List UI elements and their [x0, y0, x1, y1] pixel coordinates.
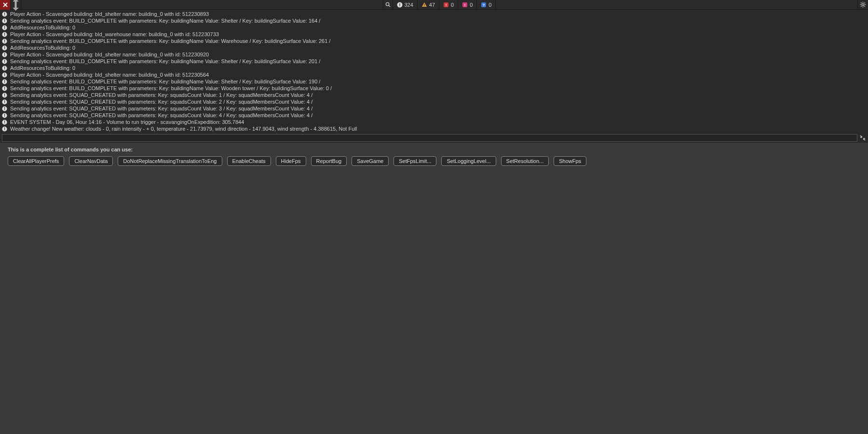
- log-text: EVENT SYSTEM - Day 06, Hour 14:16 - Volu…: [10, 119, 244, 125]
- resize-button[interactable]: [11, 0, 21, 10]
- console-toolbar: ! 324 ! 47 ! 0 ! 0 ? 0: [0, 0, 868, 10]
- log-text: Player Action - Scavenged building: bld_…: [10, 31, 219, 37]
- info-icon: !: [2, 18, 7, 24]
- command-input[interactable]: [2, 134, 857, 142]
- svg-text:!: !: [4, 12, 5, 16]
- svg-point-10: [862, 3, 864, 5]
- svg-text:!: !: [4, 19, 5, 23]
- info-icon: !: [2, 32, 7, 37]
- log-line[interactable]: !Player Action - Scavenged building: bld…: [0, 11, 868, 17]
- log-line[interactable]: !Sending analytics event: SQUAD_CREATED …: [0, 112, 868, 119]
- log-area[interactable]: !Player Action - Scavenged building: bld…: [0, 10, 868, 133]
- search-button[interactable]: [383, 0, 393, 10]
- log-text: Sending analytics event: SQUAD_CREATED w…: [10, 106, 312, 111]
- log-line[interactable]: !Player Action - Scavenged building: bld…: [0, 71, 868, 78]
- log-line[interactable]: !Player Action - Scavenged building: bld…: [0, 31, 868, 38]
- commands-row: ClearAllPlayerPrefsClearNavDataDoNotRepl…: [8, 156, 860, 166]
- svg-text:!: !: [4, 73, 5, 77]
- log-line[interactable]: !Sending analytics event: SQUAD_CREATED …: [0, 98, 868, 105]
- log-text: Sending analytics event: BUILD_COMPLETE …: [10, 38, 330, 44]
- error2-counter[interactable]: ! 0: [458, 0, 476, 10]
- toolbar-left: [0, 0, 21, 10]
- log-line[interactable]: !AddResourcesToBuilding: 0: [0, 65, 868, 71]
- command-button[interactable]: ShowFps: [554, 156, 586, 166]
- svg-text:!: !: [424, 3, 425, 7]
- log-line[interactable]: !Sending analytics event: BUILD_COMPLETE…: [0, 85, 868, 92]
- expand-icon[interactable]: [859, 135, 866, 141]
- settings-button[interactable]: [857, 0, 868, 10]
- svg-line-16: [864, 6, 865, 7]
- log-text: Player Action - Scavenged building: bld_…: [10, 52, 209, 57]
- command-button[interactable]: DoNotReplaceMissingTranslationToEng: [118, 156, 222, 166]
- svg-text:!: !: [4, 113, 5, 118]
- command-button[interactable]: SetFpsLimit...: [393, 156, 436, 166]
- log-line[interactable]: !Sending analytics event: BUILD_COMPLETE…: [0, 78, 868, 85]
- info-icon: !: [2, 66, 7, 71]
- info-icon: !: [2, 12, 7, 17]
- warn-counter[interactable]: ! 47: [417, 0, 439, 10]
- svg-text:!: !: [4, 39, 5, 43]
- log-line[interactable]: !Sending analytics event: SQUAD_CREATED …: [0, 105, 868, 112]
- command-button[interactable]: SetResolution...: [501, 156, 549, 166]
- info-icon: !: [2, 126, 7, 132]
- info-icon: !: [397, 2, 403, 8]
- svg-text:!: !: [4, 120, 5, 124]
- log-line[interactable]: !Sending analytics event: BUILD_COMPLETE…: [0, 58, 868, 65]
- svg-text:!: !: [4, 93, 5, 97]
- svg-text:!: !: [4, 80, 5, 84]
- log-text: Sending analytics event: BUILD_COMPLETE …: [10, 18, 320, 24]
- error2-count: 0: [470, 2, 473, 8]
- command-button[interactable]: SaveGame: [352, 156, 389, 166]
- svg-text:!: !: [4, 107, 5, 111]
- log-text: AddResourcesToBuilding: 0: [10, 25, 75, 30]
- svg-line-17: [861, 6, 862, 7]
- error2-icon: !: [462, 2, 468, 8]
- warn-count: 47: [429, 2, 435, 8]
- info-icon: !: [2, 52, 7, 57]
- log-text: Player Action - Scavenged building: bld_…: [10, 72, 209, 78]
- log-text: Sending analytics event: SQUAD_CREATED w…: [10, 112, 312, 118]
- question-counter[interactable]: ? 0: [476, 0, 496, 10]
- log-line[interactable]: !AddResourcesToBuilding: 0: [0, 24, 868, 31]
- log-line[interactable]: !EVENT SYSTEM - Day 06, Hour 14:16 - Vol…: [0, 119, 868, 125]
- log-line[interactable]: !Sending analytics event: SQUAD_CREATED …: [0, 92, 868, 98]
- log-text: Sending analytics event: SQUAD_CREATED w…: [10, 92, 312, 98]
- log-text: Sending analytics event: BUILD_COMPLETE …: [10, 58, 320, 64]
- info-icon: !: [2, 72, 7, 78]
- info-icon: !: [2, 106, 7, 111]
- svg-text:!: !: [399, 2, 400, 7]
- command-button[interactable]: ReportBug: [311, 156, 347, 166]
- svg-text:!: !: [4, 100, 5, 104]
- log-line[interactable]: !AddResourcesToBuilding: 0: [0, 44, 868, 51]
- svg-text:!: !: [4, 127, 5, 131]
- commands-label: This is a complete list of commands you …: [8, 147, 860, 152]
- command-button[interactable]: EnableCheats: [227, 156, 271, 166]
- info-icon: !: [2, 113, 7, 118]
- svg-line-15: [861, 2, 862, 3]
- command-input-row: [0, 133, 868, 143]
- log-line[interactable]: !Sending analytics event: BUILD_COMPLETE…: [0, 38, 868, 44]
- info-icon: !: [2, 25, 7, 30]
- info-icon: !: [2, 86, 7, 91]
- log-line[interactable]: !Weather change! New weather: clouds - 0…: [0, 125, 868, 132]
- info-icon: !: [2, 120, 7, 125]
- log-text: AddResourcesToBuilding: 0: [10, 65, 75, 71]
- error-counter[interactable]: ! 0: [439, 0, 458, 10]
- command-button[interactable]: ClearNavData: [69, 156, 113, 166]
- command-button[interactable]: HideFps: [276, 156, 306, 166]
- info-icon: !: [2, 79, 7, 84]
- info-icon: !: [2, 99, 7, 105]
- svg-text:!: !: [4, 32, 5, 37]
- log-text: Weather change! New weather: clouds - 0,…: [10, 126, 357, 132]
- toolbar-right: [857, 0, 868, 10]
- command-button[interactable]: ClearAllPlayerPrefs: [8, 156, 64, 166]
- command-button[interactable]: SetLoggingLevel...: [441, 156, 496, 166]
- info-icon: !: [2, 39, 7, 44]
- info-counter[interactable]: ! 324: [393, 0, 417, 10]
- svg-line-18: [864, 2, 865, 3]
- svg-text:!: !: [464, 3, 466, 7]
- close-button[interactable]: [0, 0, 11, 10]
- log-line[interactable]: !Player Action - Scavenged building: bld…: [0, 51, 868, 58]
- log-line[interactable]: !Sending analytics event: BUILD_COMPLETE…: [0, 17, 868, 24]
- svg-text:!: !: [4, 26, 5, 30]
